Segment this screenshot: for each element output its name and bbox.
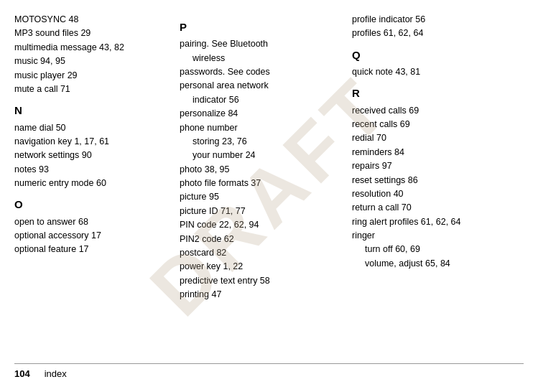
list-item: open to answer 68 [14, 215, 172, 229]
list-item: wireless [180, 52, 345, 65]
list-item: turn off 60, 69 [352, 243, 516, 256]
list-item: navigation key 1, 17, 61 [14, 135, 172, 149]
list-item: volume, adjust 65, 84 [352, 257, 516, 271]
list-item: your number 24 [180, 149, 345, 162]
list-item: numeric entry mode 60 [14, 177, 172, 190]
column-middle: Ppairing. See Bluetoothwirelesspasswords… [180, 13, 352, 356]
list-item: redial 70 [352, 131, 516, 145]
list-item: resolution 40 [352, 187, 516, 201]
list-item: picture 95 [180, 190, 345, 204]
footer-page: 104 [14, 368, 30, 379]
section-letter-p: P [180, 19, 345, 35]
list-item: power key 1, 22 [180, 260, 345, 274]
list-item: picture ID 71, 77 [180, 205, 345, 218]
section-letter-q: Q [352, 47, 516, 63]
list-item: printing 47 [180, 288, 345, 302]
list-item: pairing. See Bluetooth [180, 37, 345, 51]
column-right: profile indicator 56profiles 61, 62, 64Q… [352, 13, 524, 356]
list-item: quick note 43, 81 [352, 65, 516, 79]
list-item: profile indicator 56 [352, 13, 516, 27]
list-item: personalize 84 [180, 107, 345, 121]
section-letter-r: R [352, 85, 516, 101]
list-item: MOTOSYNC 48 [14, 13, 172, 27]
list-item: music 94, 95 [14, 55, 172, 68]
page-container: DRAFT MOTOSYNC 48MP3 sound files 29multi… [0, 0, 538, 392]
list-item: return a call 70 [352, 201, 516, 215]
list-item: photo file formats 37 [180, 177, 345, 190]
list-item: reminders 84 [352, 146, 516, 159]
section-letter-n: N [14, 102, 172, 118]
list-item: name dial 50 [14, 121, 172, 135]
list-item: mute a call 71 [14, 83, 172, 96]
list-item: multimedia message 43, 82 [14, 41, 172, 55]
list-item: indicator 56 [180, 93, 345, 107]
list-item: PIN code 22, 62, 94 [180, 218, 345, 232]
list-item: passwords. See codes [180, 65, 345, 79]
list-item: reset settings 86 [352, 174, 516, 187]
list-item: personal area network [180, 79, 345, 93]
footer-label: index [45, 368, 67, 379]
list-item: postcard 82 [180, 246, 345, 260]
footer-area: 104 index [14, 363, 524, 379]
list-item: storing 23, 76 [180, 135, 345, 149]
column-left: MOTOSYNC 48MP3 sound files 29multimedia … [14, 13, 180, 356]
list-item: ringer [352, 229, 516, 243]
list-item: phone number [180, 121, 345, 135]
list-item: music player 29 [14, 69, 172, 83]
content-area: MOTOSYNC 48MP3 sound files 29multimedia … [14, 13, 524, 356]
list-item: profiles 61, 62, 64 [352, 27, 516, 40]
list-item: notes 93 [14, 163, 172, 177]
list-item: ring alert profiles 61, 62, 64 [352, 215, 516, 229]
list-item: received calls 69 [352, 104, 516, 118]
list-item: predictive text entry 58 [180, 274, 345, 288]
list-item: repairs 97 [352, 159, 516, 173]
list-item: recent calls 69 [352, 118, 516, 131]
list-item: network settings 90 [14, 149, 172, 162]
list-item: PIN2 code 62 [180, 233, 345, 246]
list-item: MP3 sound files 29 [14, 27, 172, 40]
list-item: optional feature 17 [14, 243, 172, 256]
section-letter-o: O [14, 196, 172, 213]
list-item: photo 38, 95 [180, 163, 345, 177]
list-item: optional accessory 17 [14, 229, 172, 243]
